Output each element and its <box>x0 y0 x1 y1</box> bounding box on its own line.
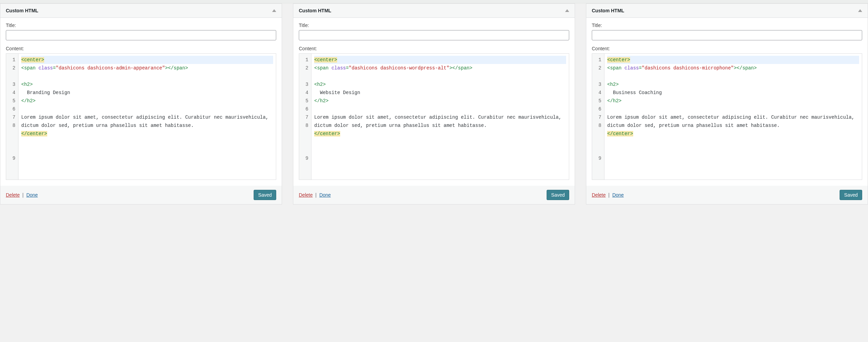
widget-title: Custom HTML <box>6 8 38 13</box>
title-label: Title: <box>592 23 862 28</box>
content-label: Content: <box>299 46 569 51</box>
title-label: Title: <box>6 23 276 28</box>
title-input[interactable] <box>6 30 276 40</box>
separator: | <box>315 192 317 198</box>
code-editor[interactable]: 123456789 <center><span class="dashicons… <box>592 53 862 180</box>
saved-button[interactable]: Saved <box>547 190 569 200</box>
content-label: Content: <box>6 46 276 51</box>
line-number-gutter: 123456789 <box>6 54 18 180</box>
collapse-toggle-icon[interactable] <box>858 9 862 12</box>
delete-link[interactable]: Delete <box>6 192 20 198</box>
done-link[interactable]: Done <box>319 192 331 198</box>
title-input[interactable] <box>299 30 569 40</box>
widget-header[interactable]: Custom HTML <box>0 4 282 18</box>
line-number-gutter: 123456789 <box>592 54 604 180</box>
code-editor[interactable]: 123456789 <center><span class="dashicons… <box>299 53 569 180</box>
code-content[interactable]: <center><span class="dashicons dashicons… <box>18 54 276 180</box>
toolbar-strip <box>0 0 868 3</box>
title-input[interactable] <box>592 30 862 40</box>
code-content[interactable]: <center><span class="dashicons dashicons… <box>311 54 569 180</box>
done-link[interactable]: Done <box>26 192 38 198</box>
widget-custom-html-1: Custom HTML Title: Content: 123456789 <c… <box>0 3 282 205</box>
title-label: Title: <box>299 23 569 28</box>
content-label: Content: <box>592 46 862 51</box>
widget-custom-html-2: Custom HTML Title: Content: 123456789 <c… <box>293 3 575 205</box>
footer-links: Delete | Done <box>592 192 624 198</box>
widget-custom-html-3: Custom HTML Title: Content: 123456789 <c… <box>586 3 868 205</box>
widget-footer: Delete | Done Saved <box>586 185 868 204</box>
collapse-toggle-icon[interactable] <box>565 9 569 12</box>
widget-body: Title: Content: 123456789 <center><span … <box>586 18 868 185</box>
footer-links: Delete | Done <box>299 192 331 198</box>
widget-footer: Delete | Done Saved <box>0 185 282 204</box>
code-editor[interactable]: 123456789 <center><span class="dashicons… <box>6 53 276 180</box>
widget-header[interactable]: Custom HTML <box>293 4 575 18</box>
widget-title: Custom HTML <box>299 8 331 13</box>
widgets-row: Custom HTML Title: Content: 123456789 <c… <box>0 3 868 205</box>
saved-button[interactable]: Saved <box>254 190 276 200</box>
delete-link[interactable]: Delete <box>592 192 605 198</box>
widget-title: Custom HTML <box>592 8 624 13</box>
widget-header[interactable]: Custom HTML <box>586 4 868 18</box>
code-content[interactable]: <center><span class="dashicons dashicons… <box>604 54 862 180</box>
footer-links: Delete | Done <box>6 192 38 198</box>
collapse-toggle-icon[interactable] <box>272 9 276 12</box>
separator: | <box>608 192 610 198</box>
widget-footer: Delete | Done Saved <box>293 185 575 204</box>
done-link[interactable]: Done <box>612 192 624 198</box>
widget-body: Title: Content: 123456789 <center><span … <box>0 18 282 185</box>
line-number-gutter: 123456789 <box>299 54 311 180</box>
widget-body: Title: Content: 123456789 <center><span … <box>293 18 575 185</box>
delete-link[interactable]: Delete <box>299 192 312 198</box>
saved-button[interactable]: Saved <box>840 190 862 200</box>
separator: | <box>22 192 24 198</box>
